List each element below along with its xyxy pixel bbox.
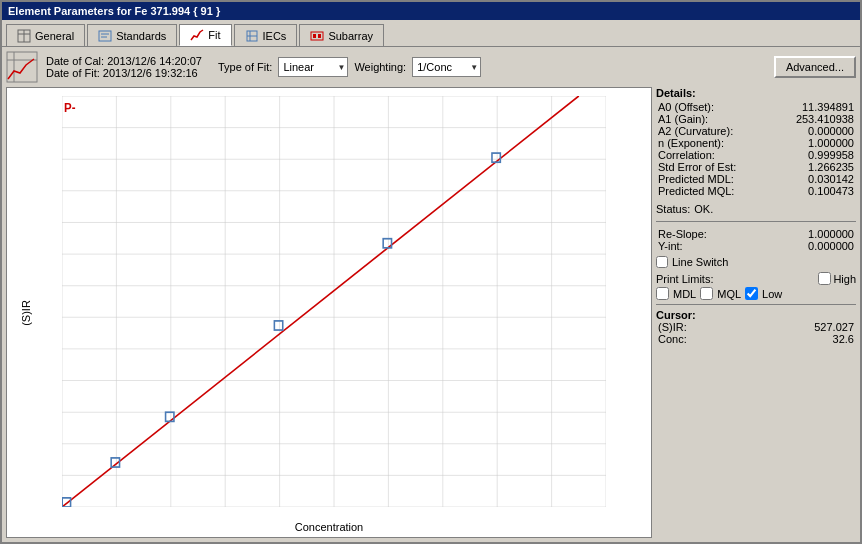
main-window: Element Parameters for Fe 371.994 { 91 }… — [0, 0, 862, 544]
date-fit-row: Date of Fit: 2013/12/6 19:32:16 — [46, 67, 202, 79]
a0-value: 11.394891 — [802, 101, 854, 113]
date-fit-label: Date of Fit: — [46, 67, 100, 79]
top-controls: Date of Cal: 2013/12/6 14:20:07 Date of … — [6, 51, 856, 83]
cal-icon — [6, 51, 38, 83]
fit-type-wrapper[interactable]: Linear Quadratic Cubic — [278, 57, 348, 77]
a1-label: A1 (Gain): — [658, 113, 708, 125]
cursor-conc-value: 32.6 — [833, 333, 854, 345]
advanced-button[interactable]: Advanced... — [774, 56, 856, 78]
chart-svg: 12000 11000 10000 9000 8000 7000 6000 50… — [62, 96, 606, 507]
mql-checkbox[interactable] — [700, 287, 713, 300]
line-switch-label: Line Switch — [672, 256, 728, 268]
cursor-sir-value: 527.027 — [814, 321, 854, 333]
details-title: Details: — [656, 87, 856, 99]
status-value: OK. — [694, 203, 713, 215]
chart-area: (S)IR Concentration — [6, 87, 652, 538]
mql-label: Predicted MQL: — [658, 185, 734, 197]
cursor-section: Cursor: (S)IR: 527.027 Conc: 32.6 — [656, 304, 856, 345]
low-checkbox[interactable] — [745, 287, 758, 300]
mdl-mql-row: MDL MQL Low — [656, 287, 856, 300]
detail-row-mdl: Predicted MDL: 0.030142 — [656, 173, 856, 185]
window-title: Element Parameters for Fe 371.994 { 91 } — [8, 5, 220, 17]
a2-label: A2 (Curvature): — [658, 125, 733, 137]
n-value: 1.000000 — [808, 137, 854, 149]
subarray-icon — [310, 29, 324, 43]
cursor-sir-label: (S)IR: — [658, 321, 687, 333]
date-cal-row: Date of Cal: 2013/12/6 14:20:07 — [46, 55, 202, 67]
fit-controls: Type of Fit: Linear Quadratic Cubic Weig… — [218, 57, 766, 77]
cursor-sir-row: (S)IR: 527.027 — [656, 321, 856, 333]
tab-fit[interactable]: Fit — [179, 24, 231, 46]
print-limits-label: Print Limits: — [656, 273, 713, 285]
svg-rect-10 — [313, 34, 316, 38]
fit-type-select[interactable]: Linear Quadratic Cubic — [278, 57, 348, 77]
print-limits-row: Print Limits: High — [656, 272, 856, 285]
fit-type-label: Type of Fit: — [218, 61, 272, 73]
corr-label: Correlation: — [658, 149, 715, 161]
status-label: Status: — [656, 203, 690, 215]
details-panel: Details: A0 (Offset): 11.394891 A1 (Gain… — [656, 87, 856, 538]
date-cal-label: Date of Cal: — [46, 55, 104, 67]
re-slope-label: Re-Slope: — [658, 228, 707, 240]
mdl-checkbox-label: MDL — [673, 288, 696, 300]
a0-label: A0 (Offset): — [658, 101, 714, 113]
tab-general[interactable]: General — [6, 24, 85, 46]
tab-fit-label: Fit — [208, 29, 220, 41]
re-slope-section: Re-Slope: 1.000000 Y-int: 0.000000 — [656, 228, 856, 252]
mql-value: 0.100473 — [808, 185, 854, 197]
svg-rect-3 — [99, 31, 111, 41]
tab-iecs[interactable]: IECs — [234, 24, 298, 46]
y-int-value: 0.000000 — [808, 240, 854, 252]
corr-value: 0.999958 — [808, 149, 854, 161]
tabs-row: General Standards Fit IECs — [2, 20, 860, 47]
high-checkbox-row: High — [818, 272, 856, 285]
detail-row-std: Std Error of Est: 1.266235 — [656, 161, 856, 173]
fit-icon — [190, 28, 204, 42]
date-cal-value: 2013/12/6 14:20:07 — [107, 55, 202, 67]
detail-row-a0: A0 (Offset): 11.394891 — [656, 101, 856, 113]
tab-subarray[interactable]: Subarray — [299, 24, 384, 46]
low-label: Low — [762, 288, 782, 300]
svg-rect-9 — [311, 32, 323, 40]
cursor-conc-row: Conc: 32.6 — [656, 333, 856, 345]
std-value: 1.266235 — [808, 161, 854, 173]
tab-iecs-label: IECs — [263, 30, 287, 42]
svg-text:P-: P- — [64, 101, 75, 116]
a2-value: 0.000000 — [808, 125, 854, 137]
high-checkbox[interactable] — [818, 272, 831, 285]
detail-row-mql: Predicted MQL: 0.100473 — [656, 185, 856, 197]
detail-row-n: n (Exponent): 1.000000 — [656, 137, 856, 149]
weighting-wrapper[interactable]: 1/Conc 1/Conc^2 None — [412, 57, 481, 77]
tab-standards[interactable]: Standards — [87, 24, 177, 46]
re-slope-row: Re-Slope: 1.000000 — [656, 228, 856, 240]
iecs-icon — [245, 29, 259, 43]
y-axis-label: (S)IR — [20, 300, 32, 326]
status-row: Status: OK. — [656, 203, 856, 215]
main-row: (S)IR Concentration — [6, 87, 856, 538]
tab-standards-label: Standards — [116, 30, 166, 42]
cursor-label: Cursor: — [656, 309, 856, 321]
fit-line — [62, 96, 579, 507]
weighting-select[interactable]: 1/Conc 1/Conc^2 None — [412, 57, 481, 77]
x-axis-label: Concentration — [295, 521, 364, 533]
mdl-checkbox[interactable] — [656, 287, 669, 300]
line-switch-row: Line Switch — [656, 256, 856, 268]
section-divider-1 — [656, 221, 856, 222]
mdl-label: Predicted MDL: — [658, 173, 734, 185]
n-label: n (Exponent): — [658, 137, 724, 149]
chart-inner: (S)IR Concentration — [7, 88, 651, 537]
line-switch-checkbox[interactable] — [656, 256, 668, 268]
table-icon — [17, 29, 31, 43]
y-int-row: Y-int: 0.000000 — [656, 240, 856, 252]
mql-checkbox-label: MQL — [717, 288, 741, 300]
y-int-label: Y-int: — [658, 240, 683, 252]
weighting-label: Weighting: — [354, 61, 406, 73]
re-slope-value: 1.000000 — [808, 228, 854, 240]
detail-row-a2: A2 (Curvature): 0.000000 — [656, 125, 856, 137]
date-info: Date of Cal: 2013/12/6 14:20:07 Date of … — [46, 55, 202, 79]
details-section: Details: A0 (Offset): 11.394891 A1 (Gain… — [656, 87, 856, 197]
date-fit-value: 2013/12/6 19:32:16 — [103, 67, 198, 79]
tab-subarray-label: Subarray — [328, 30, 373, 42]
std-label: Std Error of Est: — [658, 161, 736, 173]
high-label: High — [833, 273, 856, 285]
